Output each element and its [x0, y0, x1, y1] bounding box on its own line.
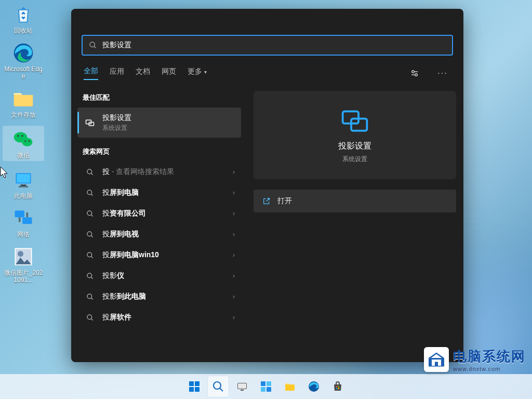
preview-card: 投影设置 系统设置 [254, 91, 456, 179]
watermark-url: www.dnxtw.com [453, 366, 526, 372]
svg-point-4 [22, 135, 23, 137]
desktop-icon-recycle-bin[interactable]: 回收站 [3, 3, 44, 34]
svg-point-6 [29, 140, 30, 142]
this-pc-label: 此电脑 [14, 192, 33, 200]
search-input[interactable]: 投影设置 [82, 35, 453, 56]
svg-rect-53 [261, 387, 265, 392]
preview-column: 投影设置 系统设置 打开 [245, 86, 463, 362]
web-result-6[interactable]: 投影到此电脑› [77, 286, 241, 307]
search-icon [85, 189, 95, 197]
web-result-text: 投屏到电脑win10 [102, 250, 233, 260]
svg-rect-50 [241, 390, 244, 391]
tab-web[interactable]: 网页 [162, 67, 176, 79]
taskbar-explorer[interactable] [280, 376, 300, 397]
desktop-icon-edge[interactable]: Microsoft Edge [3, 42, 44, 80]
windows-search-panel: 投影设置 全部 应用 文档 网页 更多 ▾ ··· 最佳匹配 投影设置 系统设置 [71, 9, 463, 362]
web-result-7[interactable]: 投屏软件› [77, 307, 241, 328]
svg-point-3 [17, 135, 19, 137]
open-label: 打开 [277, 196, 292, 206]
chevron-right-icon: › [233, 314, 235, 321]
desktop-icon-image-file[interactable]: 微信图片_2021091... [3, 245, 44, 284]
web-result-5[interactable]: 投影仪› [77, 265, 241, 286]
web-result-1[interactable]: 投屏到电脑› [77, 182, 241, 203]
svg-line-31 [91, 235, 92, 237]
taskbar-edge[interactable] [303, 376, 324, 397]
tab-all[interactable]: 全部 [84, 66, 98, 80]
store-icon [331, 380, 344, 393]
web-result-3[interactable]: 投屏到电视› [77, 224, 241, 245]
desktop-icon-wechat[interactable]: 微信 [3, 126, 44, 161]
edge-icon [12, 42, 35, 64]
projection-settings-icon [85, 117, 95, 128]
taskbar-search-button[interactable] [208, 376, 229, 397]
web-result-text: 投屏到电视 [102, 230, 233, 239]
svg-point-28 [87, 210, 91, 215]
svg-rect-42 [189, 381, 194, 386]
projection-large-icon [340, 107, 369, 136]
search-icon [85, 314, 95, 322]
search-icon [85, 210, 95, 218]
image-file-icon [12, 245, 35, 268]
search-icon [85, 251, 95, 259]
best-match-header: 最佳匹配 [77, 89, 241, 108]
start-button[interactable] [184, 376, 205, 397]
desktop-icon-folder[interactable]: 文件存放 [3, 87, 44, 118]
recycle-bin-label: 回收站 [14, 27, 33, 34]
svg-line-29 [91, 215, 92, 216]
more-options-button[interactable]: ··· [434, 65, 451, 82]
svg-line-39 [91, 318, 92, 320]
watermark-title: 电脑系统网 [453, 348, 526, 366]
svg-point-21 [415, 74, 418, 76]
chevron-right-icon: › [233, 210, 235, 217]
svg-rect-58 [336, 388, 338, 390]
search-icon [85, 168, 95, 176]
web-result-text: 投资有限公司 [102, 209, 233, 218]
svg-rect-9 [21, 184, 26, 186]
tab-more[interactable]: 更多 ▾ [188, 67, 207, 79]
tab-docs[interactable]: 文档 [136, 67, 150, 79]
search-options-button[interactable] [406, 65, 423, 82]
web-result-0[interactable]: 投 - 查看网络搜索结果› [77, 162, 241, 182]
svg-rect-10 [19, 186, 28, 188]
svg-line-37 [91, 298, 92, 299]
taskbar-store[interactable] [327, 376, 348, 397]
desktop-icon-network[interactable]: 网络 [3, 207, 44, 238]
task-view-button[interactable] [232, 376, 252, 397]
svg-rect-44 [189, 387, 194, 392]
watermark: 电脑系统网 www.dnxtw.com [424, 347, 526, 372]
svg-point-46 [214, 382, 221, 389]
results-column: 最佳匹配 投影设置 系统设置 搜索网页 投 - 查看网络搜索结果›投屏到电脑›投… [71, 86, 245, 362]
wechat-icon [12, 128, 35, 151]
preview-subtitle: 系统设置 [342, 155, 367, 164]
chevron-right-icon: › [233, 251, 235, 259]
svg-point-32 [87, 252, 91, 257]
cursor-icon [0, 166, 9, 179]
svg-point-30 [87, 231, 91, 236]
this-pc-icon [12, 168, 35, 191]
svg-rect-51 [261, 381, 265, 386]
widgets-icon [260, 380, 272, 393]
open-action[interactable]: 打开 [254, 190, 456, 212]
tab-apps[interactable]: 应用 [110, 67, 124, 79]
svg-rect-49 [238, 383, 246, 389]
taskbar [0, 374, 532, 399]
image-file-label: 微信图片_2021091... [3, 269, 44, 284]
svg-rect-59 [338, 388, 340, 390]
svg-line-35 [91, 277, 92, 278]
best-match-subtitle: 系统设置 [102, 124, 235, 132]
svg-point-24 [87, 169, 91, 174]
best-match-result[interactable]: 投影设置 系统设置 [77, 108, 241, 138]
widgets-button[interactable] [256, 376, 276, 397]
search-icon [85, 272, 95, 280]
chevron-right-icon: › [233, 168, 235, 176]
svg-line-27 [91, 194, 92, 195]
svg-point-20 [412, 71, 415, 73]
chevron-right-icon: › [233, 272, 235, 280]
svg-point-5 [24, 140, 26, 142]
web-result-2[interactable]: 投资有限公司› [77, 203, 241, 224]
svg-point-34 [87, 273, 91, 277]
svg-point-18 [90, 42, 95, 47]
web-result-4[interactable]: 投屏到电脑win10› [77, 245, 241, 265]
svg-rect-13 [19, 217, 21, 222]
svg-rect-52 [267, 381, 271, 386]
